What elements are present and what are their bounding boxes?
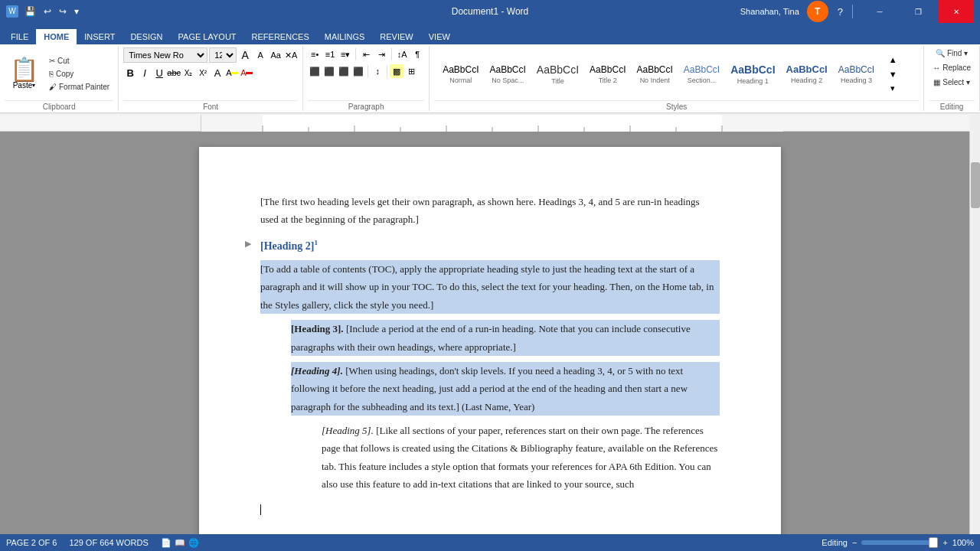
qat-more[interactable]: ▾ — [73, 5, 80, 18]
heading4-para: [Heading 4]. [When using headings, don't… — [291, 362, 720, 416]
grow-font-btn[interactable]: A — [238, 48, 252, 62]
styles-more[interactable]: ▾ — [886, 82, 900, 96]
fold-mark: ▶ — [245, 236, 251, 252]
bold-btn[interactable]: B — [123, 66, 137, 80]
tab-insert[interactable]: INSERT — [77, 29, 122, 44]
increase-indent-btn[interactable]: ⇥ — [374, 47, 388, 61]
style-section[interactable]: AaBbCcI Section... — [678, 62, 725, 86]
styles-scroll-down[interactable]: ▼ — [886, 67, 900, 81]
clear-formatting-btn[interactable]: ✕A — [284, 48, 298, 62]
zoom-in-btn[interactable]: + — [942, 538, 947, 547]
heading5-label: [Heading 5]. — [322, 425, 374, 436]
sort-btn[interactable]: ↕A — [395, 47, 409, 61]
heading5-text: [Like all sections of your paper, refere… — [322, 425, 717, 490]
replace-button[interactable]: ↔ Replace — [929, 62, 975, 73]
close-btn[interactable]: ✕ — [939, 0, 974, 23]
tab-references[interactable]: REFERENCES — [244, 29, 317, 44]
para-row-2: ⬛ ⬛ ⬛ ⬛ ↕ ▩ ⊞ — [308, 64, 418, 78]
para-divider-2 — [391, 48, 392, 60]
tab-file[interactable]: FILE — [3, 29, 36, 44]
styles-scroll: ▲ ▼ ▾ — [884, 51, 901, 97]
line-spacing-btn[interactable]: ↕ — [371, 64, 384, 78]
toc-para: [To add a table of contents (TOC), apply… — [260, 260, 720, 314]
style-section-preview: AaBbCcI — [684, 64, 720, 75]
window-title: Document1 - Word — [452, 6, 528, 17]
italic-btn[interactable]: I — [138, 66, 152, 80]
tab-design[interactable]: DESIGN — [122, 29, 170, 44]
style-normal[interactable]: AaBbCcI Normal — [437, 62, 484, 86]
paragraph-label: Paragraph — [308, 100, 424, 111]
select-button[interactable]: ▦ Select ▾ — [929, 77, 974, 88]
justify-btn[interactable]: ⬛ — [351, 64, 365, 78]
ribbon-tabs: FILE HOME INSERT DESIGN PAGE LAYOUT REFE… — [0, 23, 980, 44]
bullets-btn[interactable]: ≡• — [308, 47, 322, 61]
font-content: Times New Ro 12 A A Aa ✕A B I U abc X₂ X… — [123, 47, 298, 100]
strikethrough-btn[interactable]: abc — [167, 66, 181, 80]
editing-group: 🔍 Find ▾ ↔ Replace ▦ Select ▾ Editing — [924, 46, 980, 111]
underline-btn[interactable]: U — [152, 66, 166, 80]
minimize-btn[interactable]: ─ — [862, 0, 897, 23]
scrollbar-right[interactable] — [969, 132, 980, 534]
cut-button[interactable]: ✂ Cut — [45, 55, 113, 67]
style-no-spacing[interactable]: AaBbCcI No Spac... — [485, 62, 531, 86]
style-heading2[interactable]: AaBbCcI Heading 2 — [781, 61, 833, 86]
intro-para: [The first two heading levels get their … — [260, 193, 720, 229]
superscript-btn[interactable]: X² — [196, 66, 210, 80]
paste-icon: 📋 — [10, 58, 38, 81]
numbering-btn[interactable]: ≡1 — [323, 47, 337, 61]
help-btn[interactable]: ? — [838, 6, 843, 18]
font-name-select[interactable]: Times New Ro — [123, 47, 207, 63]
style-normal-label: Normal — [449, 77, 472, 84]
qat-redo[interactable]: ↪ — [57, 5, 68, 18]
format-painter-button[interactable]: 🖌 Format Painter — [45, 81, 113, 93]
shrink-font-btn[interactable]: A — [253, 48, 267, 62]
qat-save[interactable]: 💾 — [23, 5, 38, 18]
zoom-slider[interactable] — [861, 540, 938, 545]
paste-label: Paste ▾ — [13, 81, 36, 90]
scroll-thumb[interactable] — [971, 162, 980, 208]
tab-home[interactable]: HOME — [36, 29, 77, 44]
tab-page-layout[interactable]: PAGE LAYOUT — [171, 29, 244, 44]
tab-mailings[interactable]: MAILINGS — [317, 29, 373, 44]
style-title[interactable]: AaBbCcI Title — [531, 61, 584, 87]
read-mode-icon[interactable]: 📖 — [175, 538, 185, 548]
heading3-text: [Include a period at the end of a run-in… — [291, 323, 691, 352]
style-no-indent[interactable]: AaBbCcI No Indent — [631, 62, 678, 86]
zoom-out-btn[interactable]: − — [852, 538, 857, 547]
style-heading3[interactable]: AaBbCcI Heading 3 — [833, 62, 880, 86]
align-right-btn[interactable]: ⬛ — [337, 64, 351, 78]
shading-btn[interactable]: ▩ — [390, 64, 403, 78]
show-formatting-btn[interactable]: ¶ — [410, 47, 424, 61]
align-center-btn[interactable]: ⬛ — [322, 64, 336, 78]
heading5-para: [Heading 5]. [Like all sections of your … — [322, 422, 720, 494]
style-heading1[interactable]: AaBbCcI Heading 1 — [725, 61, 780, 87]
highlight-btn[interactable]: A — [225, 66, 239, 80]
text-effects-btn[interactable]: A — [211, 66, 224, 80]
title-bar: W 💾 ↩ ↪ ▾ Document1 - Word Shanahan, Tin… — [0, 0, 980, 23]
restore-btn[interactable]: ❐ — [900, 0, 936, 23]
status-bar: PAGE 2 OF 6 129 OF 664 WORDS 📄 📖 🌐 Editi… — [0, 534, 980, 551]
tab-review[interactable]: REVIEW — [372, 29, 420, 44]
style-title2[interactable]: AaBbCcI Title 2 — [584, 62, 631, 86]
change-case-btn[interactable]: Aa — [269, 48, 283, 62]
user-name: Shanahan, Tina — [740, 7, 799, 16]
heading2-text: [Heading 2] — [260, 240, 314, 252]
style-heading3-label: Heading 3 — [841, 77, 872, 84]
paste-button[interactable]: 📋 Paste ▾ — [5, 54, 44, 93]
align-left-btn[interactable]: ⬛ — [308, 64, 322, 78]
borders-btn[interactable]: ⊞ — [404, 64, 418, 78]
font-size-select[interactable]: 12 — [209, 47, 237, 63]
qat-undo[interactable]: ↩ — [42, 5, 53, 18]
style-no-indent-label: No Indent — [640, 77, 670, 84]
layout-icon[interactable]: 📄 — [161, 538, 172, 548]
copy-button[interactable]: ⎘ Copy — [45, 68, 113, 80]
find-button[interactable]: 🔍 Find ▾ — [932, 47, 972, 59]
styles-scroll-up[interactable]: ▲ — [886, 53, 900, 67]
heading4-label: [Heading 4]. — [291, 365, 343, 377]
tab-view[interactable]: VIEW — [421, 29, 458, 44]
subscript-btn[interactable]: X₂ — [181, 66, 195, 80]
decrease-indent-btn[interactable]: ⇤ — [359, 47, 373, 61]
multilevel-btn[interactable]: ≡▾ — [338, 47, 352, 61]
font-color-btn[interactable]: A — [240, 66, 253, 80]
web-layout-icon[interactable]: 🌐 — [188, 538, 199, 548]
